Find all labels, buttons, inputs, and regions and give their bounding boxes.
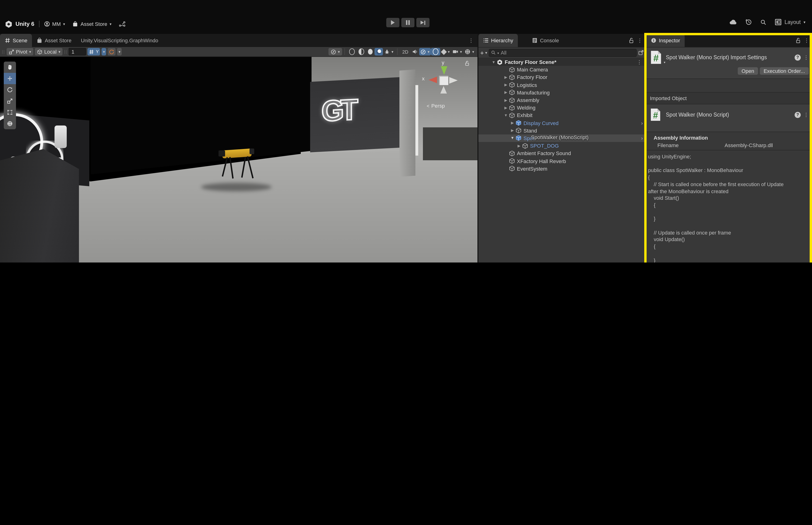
2d-toggle[interactable]: 2D [400, 48, 411, 56]
hierarchy-item-logistics[interactable]: ▶Logistics [478, 81, 646, 89]
toolbar-grip[interactable]: || [2, 49, 5, 54]
script-asset-icon: ▾ [650, 50, 662, 64]
hierarchy-item-display-curved[interactable]: ▶Display Curved› [478, 119, 646, 127]
hierarchy-tabstrip: Hierarchy Console ⋮ [478, 34, 646, 47]
more-menu-icon[interactable]: ⋮ [465, 38, 477, 44]
hierarchy-item-main-camera[interactable]: Main Camera [478, 66, 646, 73]
section-dropdown[interactable]: ▾ [451, 48, 463, 56]
pivot-dropdown[interactable]: Pivot▾ [6, 48, 33, 56]
toolbar-grip[interactable]: || [64, 49, 67, 54]
prefab-chevron-icon[interactable]: › [641, 135, 643, 141]
hierarchy-item-welding[interactable]: ▶Welding [478, 104, 646, 111]
gizmo-y-cone[interactable] [441, 66, 447, 75]
hierarchy-item-factory-floor[interactable]: ▶Factory Floor [478, 74, 646, 81]
hierarchy-search-input[interactable]: ▾ All [489, 49, 637, 57]
play-button[interactable] [386, 18, 399, 27]
2d-label: 2D [402, 49, 408, 54]
create-add-button[interactable]: + [480, 49, 484, 56]
chevron-down-icon[interactable]: ▾ [485, 50, 487, 55]
tab-scene[interactable]: Scene [0, 34, 32, 47]
visibility-icon [433, 48, 439, 55]
axis-x-label: x [422, 76, 425, 81]
effects-dropdown[interactable]: ▾ [419, 48, 431, 56]
plastic-scm-button[interactable] [119, 21, 125, 27]
account-menu[interactable]: MM▾ [44, 21, 65, 27]
view-tool-button[interactable] [4, 62, 16, 73]
grid-axis-dropdown[interactable]: ▾ [102, 48, 106, 56]
tab-hierarchy[interactable]: Hierarchy [478, 34, 518, 47]
move-tool-button[interactable] [4, 73, 16, 84]
transform-tool-button[interactable] [4, 118, 16, 129]
scene-visibility-toggle[interactable] [431, 48, 440, 56]
grid-axis-button[interactable]: Y [88, 48, 100, 56]
hierarchy-item-assembly[interactable]: ▶Assembly [478, 96, 646, 104]
lit-sphere-toggle[interactable] [374, 48, 383, 56]
persp-label-row[interactable]: <Persp [427, 103, 445, 108]
open-new-window-icon[interactable] [638, 50, 644, 56]
shaded-wire-toggle[interactable] [357, 48, 366, 56]
lock-icon[interactable] [796, 38, 801, 44]
more-menu-icon[interactable]: ⋮ [801, 111, 809, 118]
filename-value[interactable]: Assembly-CSharp.dll [724, 142, 773, 148]
tab-asset-store[interactable]: Asset Store [32, 34, 76, 47]
tab-inspector[interactable]: Inspector [646, 34, 685, 47]
layers-dropdown[interactable]: ▾ [440, 48, 451, 56]
scale-tool-button[interactable] [4, 95, 16, 107]
help-icon[interactable]: ? [795, 54, 801, 60]
debug-bug-button[interactable]: ▾ [383, 48, 395, 56]
handle-orientation-dropdown[interactable]: Local▾ [35, 48, 63, 56]
step-button[interactable] [416, 18, 429, 27]
asset-store-menu[interactable]: Asset Store▾ [73, 21, 112, 27]
imported-object-label: Imported Object [650, 95, 687, 101]
wireframe-toggle[interactable] [347, 48, 357, 56]
execution-order-button[interactable]: Execution Order... [760, 67, 809, 75]
snap-toggle-dropdown[interactable]: ▾ [117, 48, 122, 56]
more-menu-icon[interactable]: ⋮ [801, 54, 809, 60]
chevron-down-icon: ▾ [63, 22, 65, 26]
snap-toggle-button[interactable] [108, 48, 116, 56]
prefab-chevron-icon[interactable]: › [641, 120, 643, 126]
bag-icon [73, 21, 78, 27]
gizmo-cube[interactable] [439, 76, 448, 85]
hierarchy-item-exhibit[interactable]: ▼Exhibit [478, 111, 646, 119]
more-menu-icon[interactable]: ⋮ [801, 38, 812, 44]
rect-tool-button[interactable] [4, 107, 16, 118]
move-icon [7, 76, 13, 81]
hierarchy-item-stand[interactable]: ▶Stand [478, 127, 646, 134]
search-icon[interactable] [761, 19, 767, 25]
tab-label: Unity.VisualScripting.GraphWindo [81, 38, 158, 43]
more-menu-icon[interactable]: ⋮ [634, 38, 646, 44]
layout-dropdown[interactable]: Layout▾ [775, 19, 806, 25]
gizmo-right-cone[interactable] [449, 77, 458, 84]
scene-orientation-gizmo[interactable]: y x [423, 62, 465, 104]
lock-icon[interactable] [629, 38, 634, 44]
hierarchy-item-xfactory-hall-reverb[interactable]: XFactory Hall Reverb [478, 157, 646, 165]
hierarchy-item-scene-root[interactable]: ▼Factory Floor Scene*⋮ [478, 58, 646, 66]
scene-lock-icon[interactable] [464, 61, 470, 66]
chevron-down-icon: ▾ [664, 61, 665, 64]
gizmos-dropdown[interactable]: ▾ [463, 48, 476, 56]
account-label: MM [52, 21, 61, 27]
hierarchy-item-manufacturing[interactable]: ▶Manufacturing [478, 89, 646, 96]
gizmo-bottom-cone[interactable] [440, 86, 447, 93]
hierarchy-item-eventsystem[interactable]: EventSystem [478, 165, 646, 172]
undo-history-icon[interactable] [746, 19, 752, 25]
tab-console[interactable]: Console [527, 34, 564, 47]
audio-mute-toggle[interactable] [411, 48, 419, 56]
hierarchy-item-spot-dog[interactable]: ▶SPOT_DOG [478, 142, 646, 149]
play-icon [391, 20, 395, 25]
more-menu-icon[interactable]: ⋮ [637, 59, 642, 65]
gizmo-x-cone[interactable] [429, 77, 437, 83]
draw-mode-dropdown[interactable]: ▾ [328, 48, 342, 56]
snap-increment-field[interactable]: 1 [68, 48, 86, 56]
scene-viewport[interactable]: GT y x <Pe [0, 57, 477, 262]
hierarchy-item-ambient-factory-sound[interactable]: Ambient Factory Sound [478, 150, 646, 157]
rotate-tool-button[interactable] [4, 84, 16, 95]
pause-button[interactable] [401, 18, 414, 27]
open-button[interactable]: Open [738, 67, 758, 75]
cube-icon [37, 49, 42, 54]
cloud-icon[interactable] [730, 19, 737, 25]
tab-graph-window[interactable]: Unity.VisualScripting.GraphWindo [76, 34, 163, 47]
help-icon[interactable]: ? [795, 111, 801, 118]
solid-sphere-toggle[interactable] [366, 48, 374, 56]
